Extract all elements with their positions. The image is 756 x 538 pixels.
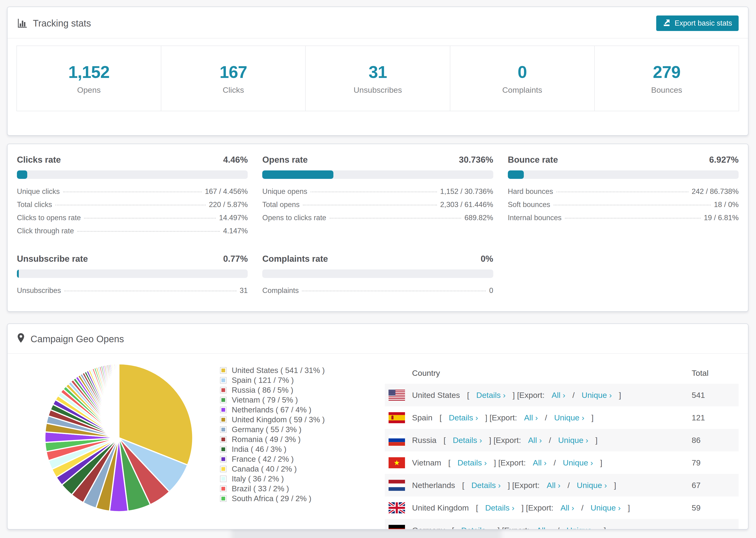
page-title: Tracking stats bbox=[33, 18, 91, 28]
rate-row-label: Click through rate bbox=[17, 227, 74, 235]
rate-block-header: Bounce rate6.927% bbox=[508, 155, 739, 165]
rate-row-label: Opens to clicks rate bbox=[262, 214, 326, 222]
details-link[interactable]: Details › bbox=[485, 503, 514, 512]
bracket: ] bbox=[600, 458, 602, 467]
rate-row-value: 14.497% bbox=[219, 214, 248, 222]
rate-row-label: Soft bounces bbox=[508, 200, 550, 209]
rate-block: Unsubscribe rate0.77%Unsubscribes31 bbox=[17, 254, 248, 299]
rate-row-label: Total clicks bbox=[17, 200, 52, 209]
legend-label: Germany ( 55 / 3% ) bbox=[232, 425, 301, 434]
rate-row: Total clicks220 / 5.87% bbox=[17, 200, 248, 214]
geo-legend: United States ( 541 / 31% )Spain ( 121 /… bbox=[220, 362, 352, 529]
export-unique-link[interactable]: Unique › bbox=[567, 526, 597, 530]
country-cell: Germany [Details ›] [Export: All › / Uni… bbox=[385, 525, 692, 530]
bracket: [ bbox=[440, 413, 442, 422]
details-link[interactable]: Details › bbox=[453, 436, 482, 445]
legend-swatch bbox=[220, 397, 226, 403]
legend-swatch bbox=[220, 447, 226, 452]
rate-row: Unique clicks167 / 4.456% bbox=[17, 187, 248, 200]
legend-item: Spain ( 121 / 7% ) bbox=[220, 375, 352, 385]
legend-item: Germany ( 55 / 3% ) bbox=[220, 425, 352, 435]
rate-row: Unsubscribes31 bbox=[17, 286, 248, 299]
rate-rows: Unique clicks167 / 4.456%Total clicks220… bbox=[17, 187, 248, 240]
rate-row-label: Internal bounces bbox=[508, 214, 562, 222]
export-all-link[interactable]: All › bbox=[524, 413, 538, 422]
export-basic-stats-button[interactable]: Export basic stats bbox=[656, 16, 739, 31]
details-link[interactable]: Details › bbox=[458, 458, 487, 467]
rate-value: 4.46% bbox=[223, 155, 248, 165]
legend-item: France ( 42 / 2% ) bbox=[220, 454, 352, 464]
export-label: ] [Export: bbox=[485, 413, 517, 422]
export-label: ] [Export: bbox=[494, 458, 526, 467]
details-link[interactable]: Details › bbox=[476, 391, 506, 400]
legend-item: Netherlands ( 67 / 4% ) bbox=[220, 405, 352, 415]
legend-label: Canada ( 40 / 2% ) bbox=[232, 464, 297, 473]
total-column-header: Total bbox=[692, 368, 739, 378]
details-link[interactable]: Details › bbox=[471, 481, 501, 490]
export-all-link[interactable]: All › bbox=[547, 481, 561, 490]
rate-rows: Unique opens1,152 / 30.736%Total opens2,… bbox=[262, 187, 493, 227]
rate-row-value: 31 bbox=[240, 286, 248, 295]
legend-item: United Kingdom ( 59 / 3% ) bbox=[220, 415, 352, 425]
table-row: Russia [Details ›] [Export: All › / Uniq… bbox=[385, 429, 739, 452]
export-unique-link[interactable]: Unique › bbox=[590, 503, 621, 512]
tracking-stats-card: Tracking stats Export basic stats 1,152O… bbox=[7, 7, 748, 136]
stat-value: 279 bbox=[653, 62, 680, 82]
export-icon bbox=[663, 18, 671, 28]
bracket: ] bbox=[628, 503, 630, 512]
country-name: United States bbox=[412, 391, 460, 400]
geo-header: Campaign Geo Opens bbox=[8, 324, 748, 354]
stat-cell: 31Unsubscribes bbox=[305, 46, 450, 111]
export-all-link[interactable]: All › bbox=[561, 503, 574, 512]
flag-de-icon bbox=[389, 525, 405, 530]
total-value: 59 bbox=[692, 503, 739, 512]
details-link[interactable]: Details › bbox=[461, 526, 490, 530]
total-value: 86 bbox=[692, 436, 739, 445]
export-all-link[interactable]: All › bbox=[552, 391, 566, 400]
export-all-link[interactable]: All › bbox=[528, 436, 542, 445]
dotted-leader bbox=[565, 218, 701, 219]
rate-row: Hard bounces242 / 86.738% bbox=[508, 187, 739, 200]
export-unique-link[interactable]: Unique › bbox=[558, 436, 588, 445]
legend-item: United States ( 541 / 31% ) bbox=[220, 365, 352, 375]
legend-swatch bbox=[220, 456, 226, 462]
legend-label: Spain ( 121 / 7% ) bbox=[232, 376, 294, 385]
export-unique-link[interactable]: Unique › bbox=[577, 481, 607, 490]
dotted-leader bbox=[63, 191, 202, 192]
export-all-link[interactable]: All › bbox=[536, 526, 550, 530]
stat-label: Unsubscribes bbox=[353, 85, 402, 95]
country-name: Spain bbox=[412, 413, 432, 422]
rate-row: Clicks to opens rate14.497% bbox=[17, 214, 248, 227]
export-unique-link[interactable]: Unique › bbox=[554, 413, 584, 422]
table-row: United States [Details ›] [Export: All ›… bbox=[385, 384, 739, 406]
progress-bar-track bbox=[262, 170, 493, 179]
rate-row-value: 18 / 0% bbox=[714, 200, 739, 209]
stat-label: Complaints bbox=[502, 85, 542, 95]
export-unique-link[interactable]: Unique › bbox=[581, 391, 612, 400]
rate-rows: Unsubscribes31 bbox=[17, 286, 248, 299]
dotted-leader bbox=[303, 205, 437, 205]
legend-label: Italy ( 36 / 2% ) bbox=[232, 474, 284, 483]
export-unique-link[interactable]: Unique › bbox=[563, 458, 593, 467]
legend-label: Romania ( 49 / 3% ) bbox=[232, 435, 300, 444]
legend-label: India ( 46 / 3% ) bbox=[232, 445, 287, 454]
geo-pie-chart bbox=[43, 362, 195, 529]
map-pin-icon bbox=[17, 333, 25, 345]
rate-row-value: 242 / 86.738% bbox=[692, 187, 739, 196]
rate-row: Total opens2,303 / 61.446% bbox=[262, 200, 493, 214]
rate-title: Clicks rate bbox=[17, 155, 61, 165]
link-separator: / bbox=[545, 413, 547, 422]
total-value: 541 bbox=[692, 391, 739, 400]
rate-row: Internal bounces19 / 6.81% bbox=[508, 214, 739, 227]
rate-row-label: Complaints bbox=[262, 286, 298, 295]
export-all-link[interactable]: All › bbox=[533, 458, 547, 467]
details-link[interactable]: Details › bbox=[449, 413, 478, 422]
legend-item: Canada ( 40 / 2% ) bbox=[220, 464, 352, 474]
rate-rows: Hard bounces242 / 86.738%Soft bounces18 … bbox=[508, 187, 739, 227]
legend-swatch bbox=[220, 476, 226, 482]
total-value: 67 bbox=[692, 481, 739, 490]
dotted-leader bbox=[55, 205, 206, 205]
link-separator: / bbox=[581, 503, 583, 512]
rate-row: Opens to clicks rate689.82% bbox=[262, 214, 493, 227]
legend-swatch bbox=[220, 417, 226, 422]
